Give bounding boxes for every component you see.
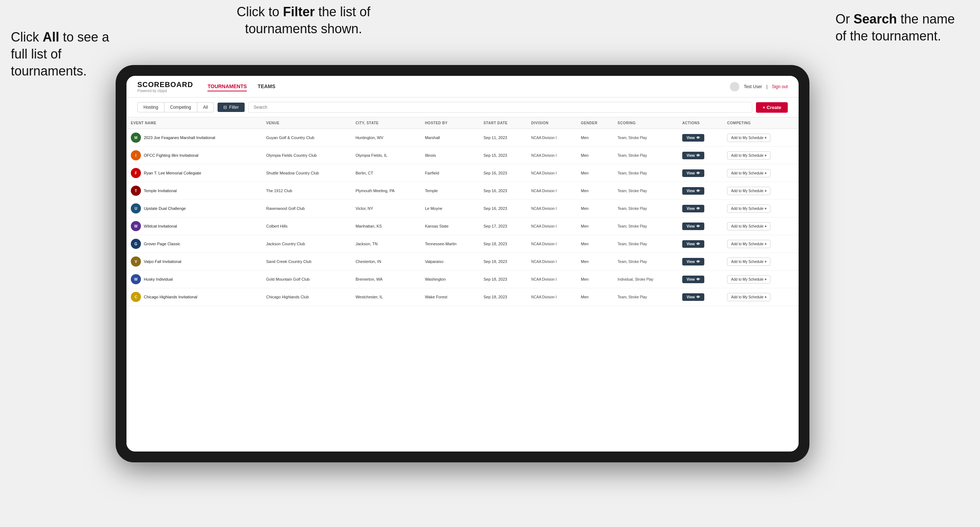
cell-hosted-by: Wake Forest (421, 288, 479, 306)
cell-city-state: Chesterton, IN (351, 253, 421, 271)
tab-all[interactable]: All (197, 102, 214, 112)
cell-venue: Chicago Highlands Club (262, 288, 351, 306)
view-button[interactable]: View 👁 (682, 134, 705, 141)
cell-gender: Men (577, 164, 614, 182)
cell-start-date: Sep 18, 2023 (479, 253, 527, 271)
cell-gender: Men (577, 288, 614, 306)
view-button[interactable]: View 👁 (682, 205, 705, 213)
cell-start-date: Sep 15, 2023 (479, 147, 527, 164)
view-button[interactable]: View 👁 (682, 240, 705, 248)
cell-event-name: U Upstate Dual Challenge (126, 200, 262, 217)
tablet-screen: SCOREBOARD Powered by clippd TOURNAMENTS… (126, 76, 799, 451)
add-to-schedule-button[interactable]: Add to My Schedule (727, 133, 770, 142)
event-name-text: Upstate Dual Challenge (144, 206, 186, 211)
cell-gender: Men (577, 147, 614, 164)
cell-city-state: Bremerton, WA (351, 271, 421, 288)
cell-venue: Shuttle Meadow Country Club (262, 164, 351, 182)
cell-start-date: Sep 18, 2023 (479, 271, 527, 288)
tab-competing[interactable]: Competing (164, 102, 197, 112)
add-to-schedule-button[interactable]: Add to My Schedule (727, 293, 770, 301)
cell-scoring: Team, Stroke Play (613, 200, 678, 217)
add-to-schedule-button[interactable]: Add to My Schedule (727, 240, 770, 248)
cell-event-name: V Valpo Fall Invitational (126, 253, 262, 271)
header-separator: | (767, 84, 767, 89)
view-button[interactable]: View 👁 (682, 222, 705, 230)
cell-hosted-by: Washington (421, 271, 479, 288)
cell-scoring: Team, Stroke Play (613, 164, 678, 182)
view-button[interactable]: View 👁 (682, 276, 705, 283)
signout-link[interactable]: Sign out (772, 84, 788, 89)
tournaments-table: EVENT NAME VENUE CITY, STATE HOSTED BY S… (126, 117, 799, 306)
table-row: F Ryan T. Lee Memorial Collegiate Shuttl… (126, 164, 799, 182)
add-to-schedule-button[interactable]: Add to My Schedule (727, 169, 770, 177)
annotation-topcenter: Click to Filter the list of tournaments … (217, 3, 390, 38)
cell-hosted-by: Tennessee-Martin (421, 235, 479, 253)
team-logo: M (131, 133, 141, 143)
tablet-frame: SCOREBOARD Powered by clippd TOURNAMENTS… (116, 65, 810, 462)
table-row: W Wildcat Invitational Colbert Hills Man… (126, 217, 799, 235)
event-name-text: Valpo Fall Invitational (144, 259, 181, 264)
cell-hosted-by: Fairfield (421, 164, 479, 182)
eye-icon: 👁 (696, 171, 700, 175)
cell-gender: Men (577, 182, 614, 200)
add-to-schedule-button[interactable]: Add to My Schedule (727, 205, 770, 213)
nav-tab-teams[interactable]: TEAMS (258, 82, 275, 91)
filter-icon: ⊟ (223, 105, 227, 110)
cell-hosted-by: Kansas State (421, 217, 479, 235)
search-input[interactable] (248, 102, 753, 113)
add-to-schedule-button[interactable]: Add to My Schedule (727, 187, 770, 195)
table-header: EVENT NAME VENUE CITY, STATE HOSTED BY S… (126, 117, 799, 129)
cell-city-state: Westchester, IL (351, 288, 421, 306)
view-button[interactable]: View 👁 (682, 258, 705, 265)
cell-scoring: Team, Stroke Play (613, 182, 678, 200)
eye-icon: 👁 (696, 242, 700, 246)
create-button[interactable]: + Create (756, 102, 788, 113)
cell-event-name: I OFCC Fighting Illini Invitational (126, 147, 262, 164)
add-to-schedule-button[interactable]: Add to My Schedule (727, 257, 770, 266)
cell-actions: View 👁 (678, 253, 723, 271)
cell-start-date: Sep 11, 2023 (479, 129, 527, 147)
col-event-name: EVENT NAME (126, 117, 262, 129)
cell-start-date: Sep 16, 2023 (479, 164, 527, 182)
table-row: U Upstate Dual Challenge Ravenwood Golf … (126, 200, 799, 217)
cell-start-date: Sep 18, 2023 (479, 235, 527, 253)
cell-venue: Colbert Hills (262, 217, 351, 235)
eye-icon: 👁 (696, 295, 700, 299)
cell-actions: View 👁 (678, 217, 723, 235)
view-button[interactable]: View 👁 (682, 187, 705, 195)
cell-start-date: Sep 16, 2023 (479, 200, 527, 217)
view-button[interactable]: View 👁 (682, 170, 705, 177)
view-button[interactable]: View 👁 (682, 293, 705, 301)
logo-area: SCOREBOARD Powered by clippd (137, 81, 193, 93)
add-to-schedule-button[interactable]: Add to My Schedule (727, 222, 770, 230)
cell-competing: Add to My Schedule (723, 288, 799, 306)
col-hosted-by: HOSTED BY (421, 117, 479, 129)
cell-hosted-by: Marshall (421, 129, 479, 147)
cell-division: NCAA Division I (527, 147, 577, 164)
cell-gender: Men (577, 129, 614, 147)
event-name-text: Husky Individual (144, 277, 173, 281)
cell-venue: Sand Creek Country Club (262, 253, 351, 271)
table-row: V Valpo Fall Invitational Sand Creek Cou… (126, 253, 799, 271)
add-to-schedule-button[interactable]: Add to My Schedule (727, 275, 770, 284)
eye-icon: 👁 (696, 206, 700, 211)
logo-text: SCOREBOARD (137, 81, 193, 89)
add-to-schedule-button[interactable]: Add to My Schedule (727, 151, 770, 160)
cell-city-state: Jackson, TN (351, 235, 421, 253)
filter-button[interactable]: ⊟ Filter (218, 103, 245, 112)
cell-actions: View 👁 (678, 182, 723, 200)
table-row: T Temple Invitational The 1912 Club Plym… (126, 182, 799, 200)
view-button[interactable]: View 👁 (682, 152, 705, 159)
cell-start-date: Sep 16, 2023 (479, 182, 527, 200)
col-competing: COMPETING (723, 117, 799, 129)
cell-hosted-by: Le Moyne (421, 200, 479, 217)
event-name-text: OFCC Fighting Illini Invitational (144, 153, 198, 157)
eye-icon: 👁 (696, 136, 700, 140)
col-start-date: START DATE (479, 117, 527, 129)
cell-actions: View 👁 (678, 271, 723, 288)
cell-competing: Add to My Schedule (723, 129, 799, 147)
cell-competing: Add to My Schedule (723, 217, 799, 235)
nav-tab-tournaments[interactable]: TOURNAMENTS (207, 82, 247, 91)
cell-city-state: Manhattan, KS (351, 217, 421, 235)
tab-hosting[interactable]: Hosting (137, 102, 164, 112)
